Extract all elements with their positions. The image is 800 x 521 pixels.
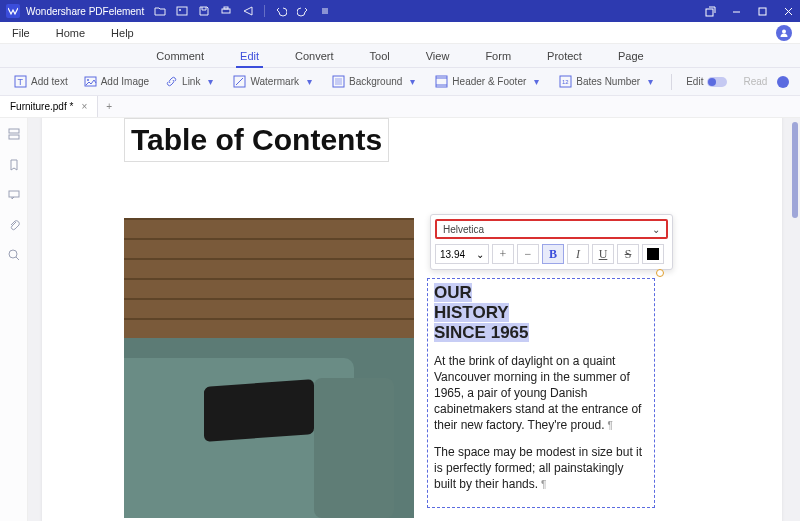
svg-point-1 [179, 9, 181, 11]
pilcrow-icon: ¶ [608, 420, 613, 431]
read-mode-label: Read [743, 76, 767, 87]
edit-mode-toggle[interactable]: Edit [680, 76, 733, 87]
window-newwindow-icon[interactable] [704, 5, 716, 17]
heading-line-2[interactable]: HISTORY [434, 303, 509, 322]
vertical-scrollbar[interactable] [792, 122, 798, 218]
attachment-icon[interactable] [7, 218, 21, 232]
text-icon: T [14, 75, 27, 88]
chevron-down-icon: ▾ [303, 75, 316, 88]
header-footer-button[interactable]: Header & Footer ▾ [429, 75, 549, 88]
menu-file[interactable]: File [8, 25, 34, 41]
watermark-label: Watermark [250, 76, 299, 87]
font-size-select[interactable]: 13.94 ⌄ [435, 244, 489, 264]
image-icon[interactable] [176, 5, 188, 17]
svg-rect-2 [222, 9, 230, 13]
file-tabs-bar: Furniture.pdf * × + [0, 96, 800, 118]
selected-text-box[interactable]: OUR HISTORY SINCE 1965 At the brink of d… [427, 278, 655, 508]
new-tab-button[interactable]: + [98, 101, 120, 112]
watermark-button[interactable]: Watermark ▾ [227, 75, 322, 88]
heading-line-3[interactable]: SINCE 1965 [434, 323, 529, 342]
window-maximize-icon[interactable] [756, 5, 768, 17]
link-icon [165, 75, 178, 88]
furniture-image[interactable] [124, 218, 414, 518]
document-canvas[interactable]: Table of Contents Helvetica ⌄ 13.94 ⌄ + … [28, 118, 800, 521]
font-family-value: Helvetica [443, 224, 484, 235]
tab-form[interactable]: Form [481, 48, 515, 64]
add-text-label: Add text [31, 76, 68, 87]
window-close-icon[interactable] [782, 5, 794, 17]
print-icon[interactable] [220, 5, 232, 17]
tab-comment[interactable]: Comment [152, 48, 208, 64]
edit-toolbar: T Add text Add Image Link ▾ Watermark ▾ … [0, 68, 800, 96]
tab-protect[interactable]: Protect [543, 48, 586, 64]
comments-icon[interactable] [7, 188, 21, 202]
tab-convert[interactable]: Convert [291, 48, 338, 64]
svg-point-20 [9, 250, 17, 258]
file-tab-name: Furniture.pdf * [10, 101, 73, 112]
file-tab[interactable]: Furniture.pdf * × [0, 96, 98, 117]
toolbar-separator [671, 74, 672, 90]
svg-text:T: T [18, 77, 24, 87]
heading-line-1[interactable]: OUR [434, 283, 472, 302]
text-color-button[interactable] [642, 244, 664, 264]
app-logo [6, 4, 20, 18]
add-image-button[interactable]: Add Image [78, 75, 155, 88]
thumbnails-icon[interactable] [7, 128, 21, 142]
rotate-handle-icon[interactable] [656, 269, 664, 277]
link-button[interactable]: Link ▾ [159, 75, 223, 88]
dropdown-icon[interactable] [319, 5, 331, 17]
body-paragraph-2[interactable]: The space may be modest in size but it i… [434, 445, 642, 491]
chevron-down-icon: ▾ [204, 75, 217, 88]
toc-heading[interactable]: Table of Contents [124, 118, 389, 162]
chevron-down-icon: ▾ [530, 75, 543, 88]
window-minimize-icon[interactable] [730, 5, 742, 17]
tab-page[interactable]: Page [614, 48, 648, 64]
tab-tool[interactable]: Tool [366, 48, 394, 64]
menu-bar: File Home Help [0, 22, 800, 44]
svg-point-6 [782, 29, 786, 33]
save-icon[interactable] [198, 5, 210, 17]
user-avatar-icon[interactable] [776, 25, 792, 41]
read-mode-toggle[interactable]: Read [737, 76, 773, 87]
edit-mode-label: Edit [686, 76, 703, 87]
tab-edit[interactable]: Edit [236, 48, 263, 64]
link-label: Link [182, 76, 200, 87]
svg-rect-13 [335, 78, 342, 85]
italic-button[interactable]: I [567, 244, 589, 264]
bates-icon: 12 [559, 75, 572, 88]
chevron-down-icon: ⌄ [476, 249, 484, 260]
menu-home[interactable]: Home [52, 25, 89, 41]
open-icon[interactable] [154, 5, 166, 17]
redo-icon[interactable] [297, 5, 309, 17]
image-tool-icon [84, 75, 97, 88]
ribbon-tabs: Comment Edit Convert Tool View Form Prot… [0, 44, 800, 68]
options-dot-icon[interactable] [777, 76, 789, 88]
bold-button[interactable]: B [542, 244, 564, 264]
decrease-size-button[interactable]: − [517, 244, 539, 264]
increase-size-button[interactable]: + [492, 244, 514, 264]
tab-view[interactable]: View [422, 48, 454, 64]
font-size-value: 13.94 [440, 249, 465, 260]
undo-icon[interactable] [275, 5, 287, 17]
bates-number-button[interactable]: 12 Bates Number ▾ [553, 75, 663, 88]
svg-rect-18 [9, 135, 19, 139]
share-icon[interactable] [242, 5, 254, 17]
pdf-page: Table of Contents Helvetica ⌄ 13.94 ⌄ + … [42, 118, 782, 521]
close-tab-icon[interactable]: × [81, 101, 87, 112]
svg-rect-0 [177, 7, 187, 15]
strikethrough-button[interactable]: S [617, 244, 639, 264]
add-text-button[interactable]: T Add text [8, 75, 74, 88]
menu-help[interactable]: Help [107, 25, 138, 41]
pilcrow-icon: ¶ [541, 479, 546, 490]
bookmark-icon[interactable] [7, 158, 21, 172]
toggle-on-icon [707, 77, 727, 87]
color-swatch-icon [647, 248, 659, 260]
header-footer-icon [435, 75, 448, 88]
font-family-select[interactable]: Helvetica ⌄ [435, 219, 668, 239]
svg-rect-5 [759, 8, 766, 15]
search-icon[interactable] [7, 248, 21, 262]
underline-button[interactable]: U [592, 244, 614, 264]
header-footer-label: Header & Footer [452, 76, 526, 87]
background-button[interactable]: Background ▾ [326, 75, 425, 88]
svg-rect-17 [9, 129, 19, 133]
